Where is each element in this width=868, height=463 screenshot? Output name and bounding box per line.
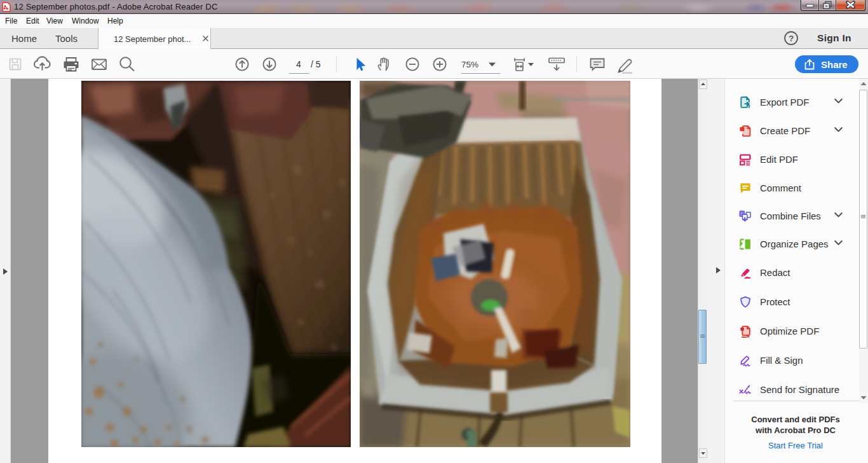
svg-text:75%: 75% — [461, 60, 478, 69]
svg-text:/ 5: / 5 — [311, 59, 321, 69]
svg-text:4: 4 — [296, 59, 301, 69]
svg-text:?: ? — [789, 34, 794, 43]
